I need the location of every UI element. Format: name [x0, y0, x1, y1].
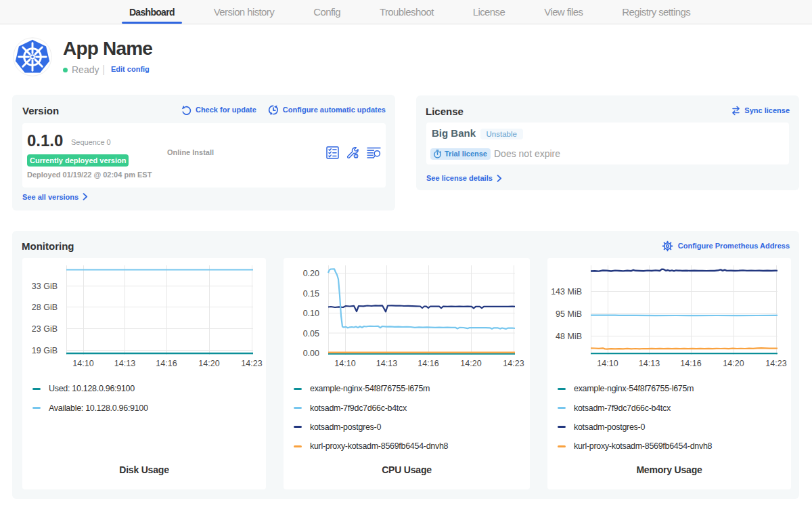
svg-text:0.10: 0.10 — [303, 309, 319, 318]
svg-text:33 GiB: 33 GiB — [32, 282, 58, 291]
svg-text:48 MiB: 48 MiB — [556, 332, 582, 341]
svg-text:14:10: 14:10 — [72, 359, 93, 368]
svg-text:95 MiB: 95 MiB — [556, 309, 582, 319]
svg-text:14:10: 14:10 — [334, 359, 355, 368]
svg-text:14:20: 14:20 — [198, 359, 219, 368]
svg-text:14:13: 14:13 — [639, 359, 660, 368]
svg-text:0.20: 0.20 — [303, 269, 319, 278]
svg-text:19 GiB: 19 GiB — [32, 346, 58, 355]
svg-text:14:16: 14:16 — [680, 359, 701, 368]
svg-text:0.15: 0.15 — [303, 289, 319, 299]
svg-text:28 GiB: 28 GiB — [32, 303, 58, 312]
svg-text:14:23: 14:23 — [241, 359, 262, 368]
svg-text:14:16: 14:16 — [156, 359, 177, 368]
svg-text:14:23: 14:23 — [765, 359, 786, 368]
svg-text:14:13: 14:13 — [114, 359, 135, 368]
svg-text:23 GiB: 23 GiB — [32, 324, 58, 334]
svg-text:14:10: 14:10 — [597, 359, 618, 368]
svg-text:14:23: 14:23 — [503, 359, 524, 368]
svg-text:143 MiB: 143 MiB — [551, 287, 582, 297]
svg-text:14:13: 14:13 — [376, 359, 397, 368]
svg-text:0.05: 0.05 — [303, 329, 319, 338]
svg-text:14:20: 14:20 — [460, 359, 481, 368]
svg-text:14:16: 14:16 — [418, 359, 438, 368]
svg-text:0.00: 0.00 — [303, 349, 319, 358]
svg-text:14:20: 14:20 — [723, 359, 744, 368]
